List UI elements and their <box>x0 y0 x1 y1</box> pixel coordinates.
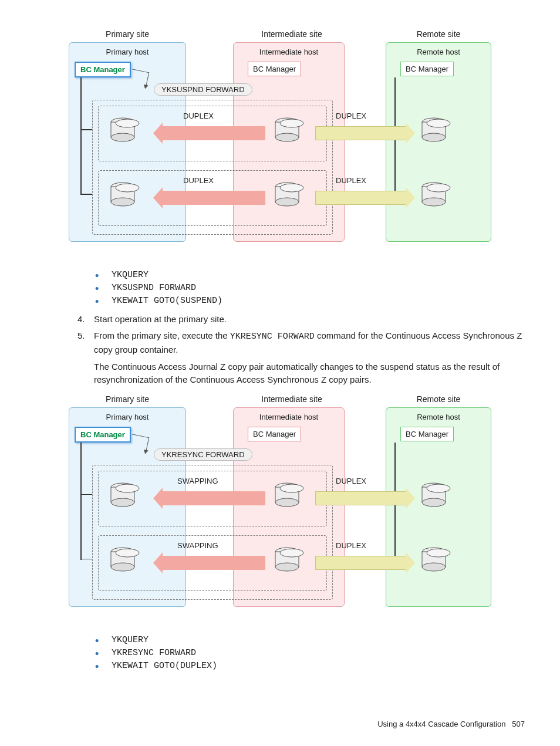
disk-icon <box>274 182 306 208</box>
state-label: DUPLEX <box>336 112 366 120</box>
svg-point-35 <box>427 484 450 492</box>
svg-point-15 <box>116 184 139 192</box>
command-item: YKRESYNC FORWARD <box>112 648 525 658</box>
bc-manager-intermediate: BC Manager <box>248 427 301 441</box>
svg-point-6 <box>275 133 299 141</box>
diagram-ykresync: Primary site Intermediate site Remote si… <box>69 394 491 612</box>
state-label: DUPLEX <box>336 541 366 550</box>
svg-point-14 <box>111 198 134 206</box>
svg-point-10 <box>422 133 446 141</box>
bc-manager-remote: BC Manager <box>400 427 454 441</box>
disk-icon <box>110 182 142 208</box>
svg-point-3 <box>116 119 139 127</box>
svg-point-31 <box>280 484 303 492</box>
page-footer: Using a 4x4x4 Cascade Configuration 507 <box>377 720 525 728</box>
step-4: 4.Start operation at the primary site. <box>94 313 525 326</box>
arrow-right-icon <box>315 191 406 205</box>
svg-point-47 <box>427 549 450 557</box>
disk-icon <box>274 482 306 509</box>
primary-host-label: Primary host <box>69 408 185 421</box>
remote-host-label: Remote host <box>386 408 491 421</box>
remote-host-label: Remote host <box>386 43 491 56</box>
disk-icon <box>110 482 142 509</box>
label-primary-site: Primary site <box>86 394 168 404</box>
connector-line <box>80 443 82 560</box>
disk-icon <box>421 182 453 208</box>
disk-icon <box>274 117 306 144</box>
bc-manager-primary: BC Manager <box>75 62 131 77</box>
disk-icon <box>274 547 306 573</box>
connector-line <box>80 77 82 195</box>
state-label: DUPLEX <box>183 112 214 120</box>
disk-icon <box>421 482 453 509</box>
disk-icon <box>421 117 453 144</box>
svg-point-43 <box>280 549 303 557</box>
arrow-right-icon <box>315 491 406 505</box>
command-item: YKEWAIT GOTO(DUPLEX) <box>112 661 525 671</box>
state-label: DUPLEX <box>336 176 366 185</box>
command-bubble: YKSUSPND FORWARD <box>154 83 252 96</box>
svg-point-19 <box>280 184 303 192</box>
command-item: YKEWAIT GOTO(SUSPEND) <box>112 296 525 306</box>
disk-icon <box>110 117 142 144</box>
intermediate-host-label: Intermediate host <box>234 408 344 421</box>
paragraph: The Continuous Access Journal Z copy pai… <box>35 360 525 386</box>
footer-text: Using a 4x4x4 Cascade Configuration <box>377 720 505 728</box>
label-remote-site: Remote site <box>397 394 480 404</box>
label-remote-site: Remote site <box>397 29 480 39</box>
svg-point-22 <box>422 198 446 206</box>
svg-point-27 <box>116 484 139 492</box>
intermediate-host-label: Intermediate host <box>234 43 344 56</box>
arrow-left-icon <box>163 126 265 140</box>
label-primary-site: Primary site <box>86 29 168 39</box>
svg-point-2 <box>111 133 134 141</box>
step-5: 5.From the primary site, execute the YKR… <box>94 329 525 356</box>
state-label: SWAPPING <box>177 541 218 550</box>
label-intermediate-site: Intermediate site <box>245 29 339 39</box>
state-label: DUPLEX <box>336 477 366 485</box>
svg-point-26 <box>111 498 134 507</box>
page-number: 507 <box>512 720 525 728</box>
bc-manager-remote: BC Manager <box>400 62 454 76</box>
disk-icon <box>110 547 142 573</box>
svg-point-38 <box>111 563 134 571</box>
connector-line <box>80 494 92 495</box>
bc-manager-intermediate: BC Manager <box>248 62 301 76</box>
bc-manager-primary: BC Manager <box>75 427 131 443</box>
command-list-1: YKQUERY YKSUSPND FORWARD YKEWAIT GOTO(SU… <box>35 270 525 306</box>
svg-point-23 <box>427 184 450 192</box>
diagram-yksuspnd: Primary site Intermediate site Remote si… <box>69 29 491 247</box>
svg-point-7 <box>280 119 303 127</box>
svg-point-18 <box>275 198 299 206</box>
svg-point-11 <box>427 119 450 127</box>
svg-point-42 <box>275 563 299 571</box>
svg-point-39 <box>116 549 139 557</box>
svg-point-30 <box>275 498 299 507</box>
command-item: YKQUERY <box>112 270 525 280</box>
arrow-left-icon <box>163 556 265 570</box>
command-bubble: YKRESYNC FORWARD <box>154 448 252 461</box>
connector-line <box>80 194 92 195</box>
svg-point-46 <box>422 563 446 571</box>
command-item: YKQUERY <box>112 635 525 645</box>
arrow-left-icon <box>163 491 265 505</box>
arrow-left-icon <box>163 191 265 205</box>
disk-icon <box>421 547 453 573</box>
state-label: SWAPPING <box>177 477 218 485</box>
arrow-right-icon <box>315 126 406 140</box>
command-list-2: YKQUERY YKRESYNC FORWARD YKEWAIT GOTO(DU… <box>35 635 525 671</box>
primary-host-label: Primary host <box>69 43 185 56</box>
connector-line <box>80 559 92 560</box>
label-intermediate-site: Intermediate site <box>245 394 339 404</box>
connector-line <box>80 129 92 130</box>
arrow-right-icon <box>315 556 406 570</box>
svg-point-34 <box>422 498 446 507</box>
command-item: YKSUSPND FORWARD <box>112 283 525 293</box>
state-label: DUPLEX <box>183 176 214 185</box>
steps-list: 4.Start operation at the primary site. 5… <box>35 313 525 356</box>
